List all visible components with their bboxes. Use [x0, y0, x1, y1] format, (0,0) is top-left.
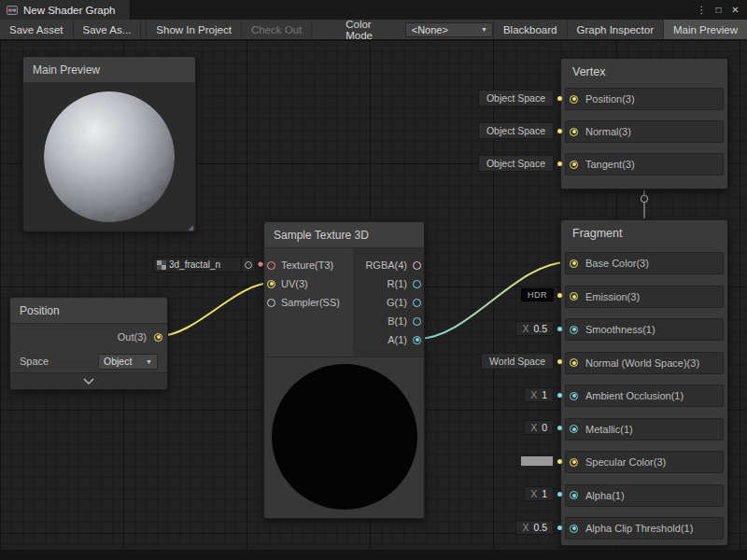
ao-float-field[interactable]: X 1	[524, 387, 554, 402]
port-emission[interactable]	[570, 292, 578, 301]
input-row-sampler[interactable]: Sampler(SS)	[267, 293, 353, 312]
port-normal-ws[interactable]	[570, 358, 578, 367]
vertex-row-position[interactable]: Position(3)	[565, 88, 724, 110]
space-dropdown[interactable]: Object ▼	[98, 354, 158, 370]
ambient-occlusion-widget: X 1	[524, 385, 562, 404]
row-label: Emission(3)	[585, 291, 640, 302]
port-dot	[557, 426, 562, 430]
port-alpha[interactable]	[570, 491, 578, 499]
fragment-row-smoothness[interactable]: Smoothness(1)	[565, 318, 724, 341]
fragment-row-ambient-occlusion[interactable]: Ambient Occlusion(1)	[565, 385, 724, 407]
port-dot	[557, 492, 562, 497]
output-row-b[interactable]: B(1)	[353, 312, 421, 330]
fragment-row-base-color[interactable]: Base Color(3)	[565, 252, 724, 274]
output-ports-column: RGBA(4) R(1) G(1) B(1) A(1)	[353, 248, 424, 357]
vertex-row-tangent[interactable]: Tangent(3)	[565, 153, 724, 175]
port-a-output[interactable]	[413, 336, 421, 344]
fragment-row-normal-ws[interactable]: Normal (World Space)(3)	[565, 352, 724, 374]
texture-3d-preview	[272, 364, 417, 510]
fragment-row-alpha[interactable]: Alpha(1)	[565, 484, 724, 507]
main-preview-viewport[interactable]: ◢	[23, 83, 195, 231]
smoothness-widget: X 0.5	[515, 319, 562, 338]
show-in-project-button[interactable]: Show In Project	[146, 20, 242, 39]
position-node-title[interactable]: Position	[10, 298, 167, 324]
texture-thumbnail-icon	[154, 260, 169, 270]
vertex-row-normal[interactable]: Normal(3)	[565, 120, 724, 143]
fragment-row-emission[interactable]: Emission(3)	[565, 286, 724, 308]
port-dot	[557, 359, 562, 364]
fragment-row-specular-color[interactable]: Specular Color(3)	[565, 451, 724, 473]
graph-inspector-toggle-button[interactable]: Graph Inspector	[567, 20, 663, 39]
graph-canvas[interactable]: Main Preview	[0, 40, 747, 560]
port-texture-input[interactable]	[267, 261, 275, 270]
port-position[interactable]	[570, 95, 578, 104]
axis-label: X	[522, 522, 529, 533]
port-g-output[interactable]	[413, 299, 421, 307]
port-out[interactable]	[154, 333, 162, 342]
save-asset-button[interactable]: Save Asset	[0, 20, 74, 39]
main-preview-panel[interactable]: Main Preview	[22, 56, 196, 231]
io-label: R(1)	[388, 278, 407, 289]
object-picker-button[interactable]	[241, 258, 255, 272]
close-icon[interactable]: ✕	[727, 2, 743, 18]
port-alpha-clip[interactable]	[570, 525, 578, 533]
port-ambient-occlusion[interactable]	[570, 392, 578, 400]
fragment-row-metallic[interactable]: Metallic(1)	[565, 418, 724, 441]
input-row-uv[interactable]: UV(3)	[267, 274, 353, 293]
node-collapse-button[interactable]	[10, 372, 167, 389]
output-row-a[interactable]: A(1)	[353, 330, 421, 349]
port-normal[interactable]	[570, 128, 578, 136]
port-b-output[interactable]	[413, 317, 421, 326]
fragment-row-alpha-clip[interactable]: Alpha Clip Threshold(1)	[565, 517, 724, 539]
position-node[interactable]: Position Out(3) Space Object ▼	[9, 297, 168, 390]
vertex-context-node[interactable]: Vertex Position(3) Normal(3) Tangent(3)	[560, 58, 728, 189]
world-space-dropdown[interactable]: World Space	[481, 353, 554, 370]
port-r-output[interactable]	[413, 280, 421, 288]
resize-handle-icon[interactable]: ◢	[189, 224, 193, 231]
row-label: Normal(3)	[585, 126, 631, 137]
output-row-r[interactable]: R(1)	[353, 274, 421, 293]
maximize-icon[interactable]: □	[711, 2, 726, 18]
port-rgba-output[interactable]	[413, 261, 421, 270]
alpha-clip-float-field[interactable]: X 0.5	[515, 520, 554, 535]
main-preview-toggle-button[interactable]: Main Preview	[663, 20, 747, 39]
output-row-rgba[interactable]: RGBA(4)	[353, 256, 421, 274]
input-row-texture[interactable]: Texture(T3)	[267, 256, 353, 274]
color-mode-dropdown[interactable]: <None> ▼	[405, 22, 493, 37]
port-base-color[interactable]	[570, 259, 578, 268]
sample-texture-3d-node[interactable]: Sample Texture 3D Texture(T3) UV(3) Samp…	[263, 221, 425, 519]
port-metallic[interactable]	[570, 425, 578, 433]
object-space-dropdown[interactable]: Object Space	[478, 155, 554, 172]
tab-title: New Shader Graph	[23, 5, 115, 16]
sample-node-title[interactable]: Sample Texture 3D	[264, 222, 424, 248]
specular-color-swatch[interactable]	[520, 455, 554, 467]
hdr-badge[interactable]: HDR	[521, 288, 554, 301]
fragment-context-node[interactable]: Fragment Base Color(3) Emission(3) Smoot…	[560, 219, 728, 546]
save-as-button[interactable]: Save As...	[74, 20, 142, 39]
main-preview-title[interactable]: Main Preview	[23, 57, 195, 83]
position-out-row[interactable]: Out(3)	[10, 324, 167, 350]
io-label: RGBA(4)	[365, 259, 407, 271]
alpha-widget: X 1	[524, 484, 562, 503]
blackboard-toggle-button[interactable]: Blackboard	[493, 20, 567, 39]
field-value: 1	[542, 488, 547, 499]
sample-node-ports: Texture(T3) UV(3) Sampler(SS) RGBA(4) R(…	[264, 248, 424, 357]
smoothness-float-field[interactable]: X 0.5	[515, 321, 554, 336]
alpha-float-field[interactable]: X 1	[524, 486, 554, 501]
metallic-float-field[interactable]: X 0	[524, 420, 554, 435]
port-sampler-input[interactable]	[267, 299, 275, 307]
object-space-dropdown[interactable]: Object Space	[478, 122, 554, 139]
port-tangent[interactable]	[570, 161, 578, 169]
tangent-space-widget: Object Space	[478, 154, 562, 173]
object-space-dropdown[interactable]: Object Space	[478, 90, 554, 106]
io-label: G(1)	[387, 297, 407, 308]
texture-object-field[interactable]: 3d_fractal_n	[153, 257, 256, 273]
port-smoothness[interactable]	[570, 326, 578, 334]
document-tab[interactable]: New Shader Graph	[0, 0, 131, 20]
edge-position-out-to-uv[interactable]	[159, 283, 272, 336]
port-uv-input[interactable]	[267, 280, 275, 288]
vertex-rows: Position(3) Normal(3) Tangent(3)	[561, 84, 727, 189]
kebab-menu-icon[interactable]: ⋮	[694, 2, 710, 18]
output-row-g[interactable]: G(1)	[353, 293, 421, 312]
port-specular-color[interactable]	[570, 458, 578, 467]
